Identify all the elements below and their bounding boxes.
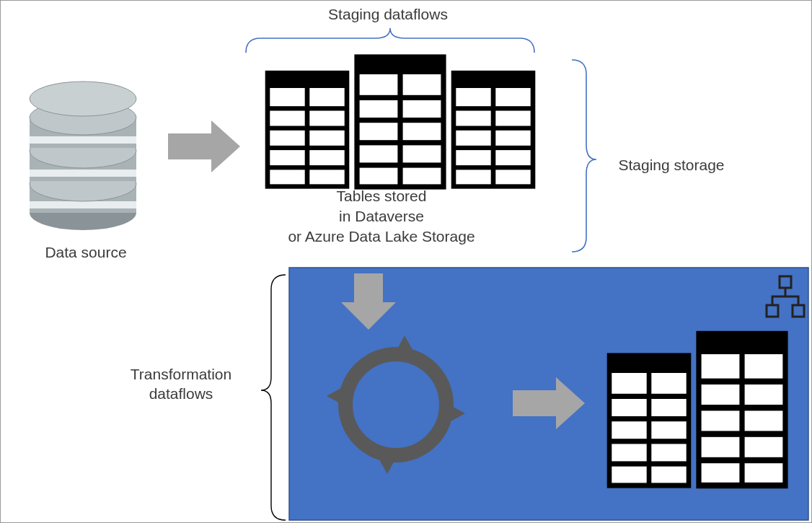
svg-marker-23 <box>341 273 396 330</box>
transformation-panel <box>289 268 808 520</box>
svg-marker-19 <box>168 120 240 172</box>
label-transformations: Transformations <box>311 491 477 510</box>
label-staging-dataflows: Staging dataflows <box>244 5 532 24</box>
brace-right-icon <box>572 60 596 252</box>
cycle-icon <box>327 335 465 474</box>
label-transformation-dataflows-1: Transformation <box>102 365 260 384</box>
svg-rect-16 <box>30 136 136 144</box>
svg-rect-15 <box>30 118 136 148</box>
svg-rect-10 <box>30 201 136 208</box>
label-staging-storage: Staging storage <box>599 156 743 175</box>
label-staging-caption-2: in Dataverse <box>288 207 475 226</box>
warehouse-tables-icon <box>609 334 785 485</box>
database-icon <box>30 82 136 230</box>
svg-point-11 <box>30 167 136 201</box>
svg-point-14 <box>30 133 136 168</box>
svg-rect-21 <box>767 305 778 317</box>
brace-top-icon <box>246 28 534 53</box>
arrow-right-2-icon <box>513 377 585 429</box>
svg-point-18 <box>30 82 136 116</box>
svg-rect-12 <box>30 151 136 181</box>
label-staging-caption-1: Tables stored <box>288 187 475 206</box>
label-staging-caption-3: or Azure Data Lake Storage <box>266 227 497 246</box>
svg-rect-9 <box>30 184 136 213</box>
svg-rect-13 <box>30 170 136 177</box>
svg-rect-20 <box>780 276 791 288</box>
svg-rect-22 <box>793 305 804 317</box>
staging-tables-icon <box>268 57 533 187</box>
svg-point-8 <box>30 195 136 230</box>
label-data-warehouse: Data Warehouse <box>598 491 785 510</box>
arrow-right-1-icon <box>168 120 240 172</box>
sitemap-icon <box>767 276 804 317</box>
label-data-source: Data source <box>28 243 144 262</box>
label-transformation-dataflows-2: dataflows <box>102 384 260 403</box>
svg-point-17 <box>30 100 136 135</box>
arrow-down-icon <box>341 273 396 330</box>
svg-marker-24 <box>513 377 585 429</box>
brace-left-icon <box>261 275 286 520</box>
